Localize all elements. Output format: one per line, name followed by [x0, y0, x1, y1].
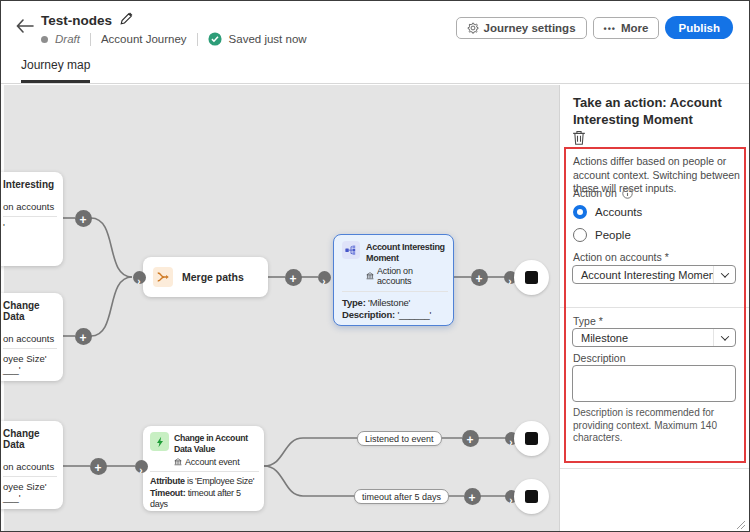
add-node-button[interactable]	[75, 210, 92, 227]
action-on-label-row: Action on	[573, 187, 633, 199]
add-node-button[interactable]	[75, 328, 92, 345]
node-title: Change in Account Data Value	[174, 432, 259, 455]
divider	[560, 307, 750, 308]
node-title: Account Interesting Moment	[366, 241, 448, 264]
node-change-data-partial-1[interactable]: Change Data on accounts oyee Size' ___'	[1, 293, 63, 381]
saved-check-icon	[208, 32, 222, 46]
node-end[interactable]	[514, 260, 549, 295]
trash-icon	[572, 130, 586, 145]
node-attr-value: is 'Employee Size'	[185, 476, 254, 486]
merge-paths-icon	[153, 267, 173, 287]
node-title: Interesting	[3, 179, 57, 190]
node-timeout-label: Timeout:	[150, 488, 185, 498]
tab-journey-map-label: Journey map	[21, 58, 90, 72]
action-config-panel: Take an action: Account Interesting Mome…	[559, 85, 749, 532]
type-label: Type *	[573, 315, 603, 327]
node-detail: '	[3, 221, 57, 232]
divider	[150, 471, 259, 472]
edit-pencil-icon[interactable]	[120, 11, 133, 29]
end-square-icon	[525, 490, 538, 503]
action-on-label: Action on	[573, 187, 617, 199]
account-building-icon	[366, 272, 374, 280]
add-node-button[interactable]	[464, 488, 481, 505]
more-button[interactable]: More	[593, 17, 660, 39]
status-label: Draft	[55, 33, 80, 45]
radio-people[interactable]: People	[573, 228, 631, 242]
info-icon[interactable]	[622, 188, 633, 199]
end-square-icon	[525, 271, 538, 284]
node-detail: ___'	[3, 364, 57, 375]
action-on-accounts-select[interactable]: Account Interesting Moment	[572, 265, 736, 284]
divider	[3, 216, 57, 217]
node-title: Change Data	[3, 428, 57, 450]
node-account-interesting-partial[interactable]: Interesting on accounts '	[1, 172, 63, 266]
action-on-accounts-label: Action on accounts *	[573, 251, 669, 263]
add-node-button[interactable]	[285, 269, 302, 286]
branch-label-listened: Listened to event	[357, 431, 442, 446]
journey-title: Test-nodes	[41, 13, 112, 28]
resize-grip[interactable]	[736, 520, 746, 530]
node-subtitle: Account event	[185, 457, 239, 467]
add-node-button[interactable]	[471, 269, 488, 286]
gear-icon	[467, 22, 479, 34]
description-textarea[interactable]	[572, 365, 736, 402]
status-dot-icon	[41, 36, 48, 43]
journey-canvas[interactable]: Interesting on accounts ' Change Data on…	[1, 85, 561, 532]
type-select[interactable]: Milestone	[572, 328, 736, 347]
publish-button[interactable]: Publish	[665, 16, 733, 39]
end-square-icon	[525, 432, 538, 445]
divider	[342, 291, 448, 292]
connector-chevron-icon	[135, 460, 148, 473]
divider	[90, 33, 91, 46]
back-arrow-icon	[16, 19, 34, 33]
node-type-value: 'Milestone'	[366, 297, 411, 308]
chevron-down-icon	[713, 266, 735, 283]
node-end[interactable]	[514, 421, 549, 456]
node-desc-value: '______'	[395, 309, 431, 320]
node-end[interactable]	[514, 479, 549, 514]
node-account-interesting-moment[interactable]: Account Interesting Moment Action on acc…	[333, 234, 454, 326]
radio-unselected-icon	[573, 228, 587, 242]
divider	[3, 476, 57, 477]
tab-journey-map[interactable]: Journey map	[21, 58, 90, 83]
node-desc-label: Description:	[342, 309, 395, 320]
node-detail: oyee Size'	[3, 481, 57, 492]
header: Test-nodes Draft Account Journey Saved j…	[1, 1, 749, 84]
node-detail: oyee Size'	[3, 353, 57, 364]
divider	[3, 348, 57, 349]
back-button[interactable]	[13, 15, 37, 39]
panel-title: Take an action: Account Interesting Mome…	[573, 94, 743, 128]
connector-chevron-icon	[318, 271, 331, 284]
add-node-button[interactable]	[462, 430, 479, 447]
journey-settings-label: Journey settings	[484, 22, 576, 34]
add-node-button[interactable]	[90, 458, 107, 475]
journey-settings-button[interactable]: Journey settings	[456, 17, 587, 39]
node-detail: ___'	[3, 492, 57, 503]
node-type-label: Type:	[342, 297, 366, 308]
node-subtitle: on accounts	[3, 201, 57, 212]
more-label: More	[621, 22, 648, 34]
divider	[560, 468, 750, 469]
app-window: Test-nodes Draft Account Journey Saved j…	[0, 0, 750, 532]
branch-label-timeout: timeout after 5 days	[354, 489, 449, 504]
radio-accounts-label: Accounts	[595, 206, 642, 218]
event-lightning-icon	[150, 432, 169, 451]
description-helper-text: Description is recommended for providing…	[573, 407, 739, 445]
node-attr-label: Attribute	[150, 476, 185, 486]
journey-type-label: Account Journey	[101, 33, 187, 45]
node-change-in-account-data-value[interactable]: Change in Account Data Value Account eve…	[143, 426, 264, 511]
delete-node-button[interactable]	[572, 130, 586, 148]
node-title: Change Data	[3, 300, 57, 322]
account-building-icon	[174, 458, 182, 466]
description-label: Description	[573, 352, 626, 364]
node-change-data-partial-2[interactable]: Change Data on accounts oyee Size' ___'	[1, 421, 63, 509]
radio-people-label: People	[595, 229, 631, 241]
divider	[197, 33, 198, 46]
node-merge-paths[interactable]: Merge paths	[143, 257, 268, 297]
connector-chevron-icon	[133, 271, 146, 284]
node-subtitle: on accounts	[3, 461, 57, 472]
radio-accounts[interactable]: Accounts	[573, 205, 642, 219]
chevron-down-icon	[713, 329, 735, 346]
action-node-icon	[342, 241, 360, 259]
node-subtitle: on accounts	[3, 333, 57, 344]
